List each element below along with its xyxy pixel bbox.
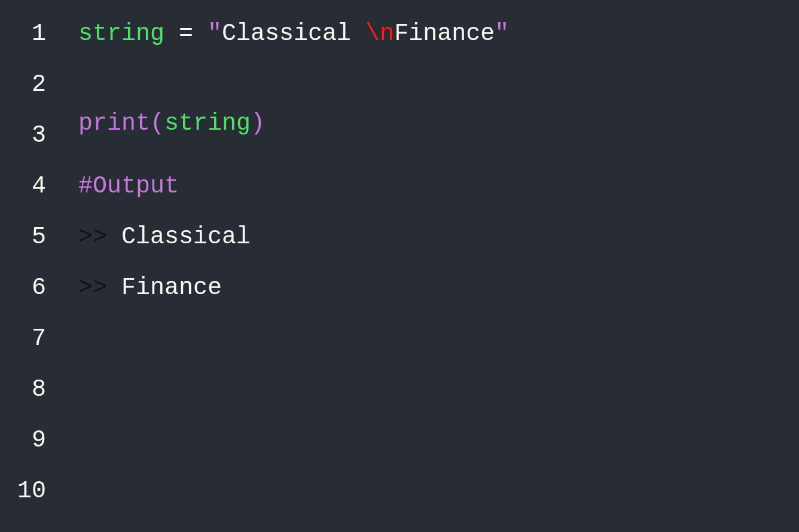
output-prompt: >>: [78, 224, 107, 250]
line-number: 9: [32, 415, 46, 466]
operator-token: =: [164, 20, 208, 47]
function-token: print: [78, 110, 150, 137]
quote-token: ": [208, 20, 222, 47]
line-number: 7: [32, 313, 46, 364]
code-line-3: print(string): [78, 98, 799, 149]
line-number: 3: [32, 110, 46, 161]
line-number: 1: [32, 8, 46, 59]
paren-token: ): [251, 110, 265, 137]
escape-token: \n: [365, 20, 394, 47]
output-text: Finance: [107, 274, 222, 301]
line-number: 10: [17, 466, 46, 516]
string-token: Classical: [222, 20, 365, 47]
code-area[interactable]: string = "Classical \nFinance" print(str…: [57, 8, 799, 532]
code-line-10: [78, 466, 799, 516]
comment-token: #Output: [78, 173, 179, 200]
output-prompt: >>: [78, 274, 107, 301]
line-number: 6: [32, 262, 46, 313]
line-number: 8: [32, 364, 46, 415]
line-number-gutter: 1 2 3 4 5 6 7 8 9 10: [0, 8, 57, 532]
string-token: Finance: [394, 20, 495, 47]
code-line-6: >> Finance: [78, 262, 799, 313]
line-number: 5: [32, 212, 46, 262]
code-line-9: [78, 415, 799, 466]
variable-token: string: [78, 20, 164, 47]
code-line-5: >> Classical: [78, 212, 799, 262]
line-number: 2: [32, 59, 46, 110]
code-line-4: #Output: [78, 161, 799, 212]
code-line-7: [78, 313, 799, 364]
quote-token: ": [495, 20, 509, 47]
paren-token: (: [150, 110, 164, 137]
argument-token: string: [164, 110, 251, 137]
code-editor: 1 2 3 4 5 6 7 8 9 10 string = "Classical…: [0, 0, 799, 532]
code-line-1: string = "Classical \nFinance": [78, 8, 799, 59]
line-number: 4: [32, 161, 46, 212]
output-text: Classical: [107, 224, 251, 250]
code-line-8: [78, 364, 799, 415]
